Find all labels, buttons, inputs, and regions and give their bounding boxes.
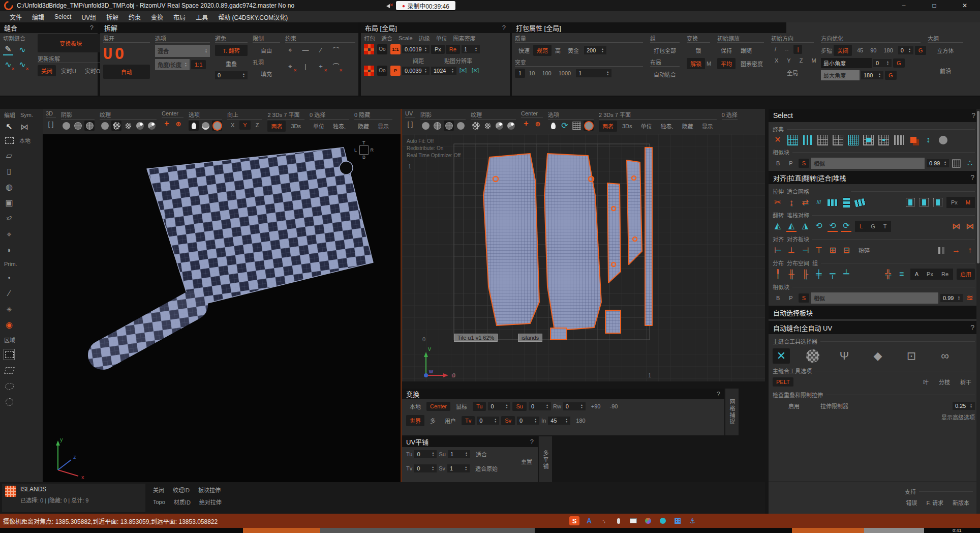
align-top-icon[interactable]: ⊤ [814, 245, 824, 255]
align-help[interactable]: ? [970, 173, 974, 182]
bug-button[interactable]: 错误 [902, 497, 921, 508]
align-center-v-icon[interactable]: ⊟ [841, 245, 851, 255]
space-re-button[interactable]: Re [938, 270, 952, 279]
tile-su-field[interactable]: 1 [448, 450, 470, 458]
similar2-b-button[interactable]: B [773, 293, 783, 303]
menu-edit[interactable]: 编辑 [27, 12, 49, 22]
quality-normal[interactable]: 规范 [533, 45, 552, 56]
min-angle-field[interactable]: 0 [873, 59, 892, 67]
uv-image2-icon[interactable] [506, 121, 516, 131]
tile-fit-original-button[interactable]: 适合原始 [472, 463, 501, 474]
select-element-icon[interactable] [878, 135, 889, 145]
taskbar-strip[interactable]: 0:41 [0, 528, 980, 533]
wireframe-sphere-icon[interactable] [73, 121, 83, 131]
similar-value-field[interactable]: 0.99 [927, 159, 949, 167]
multi-tile-tab[interactable]: 多平铺 [539, 436, 552, 483]
taskbar-app2[interactable] [320, 528, 535, 533]
picker-tool-icon[interactable]: ⊡ [903, 348, 920, 364]
dist-right-icon[interactable]: ╟ [800, 269, 810, 279]
front-edge-button[interactable]: 前沿 [928, 65, 963, 76]
fill-button[interactable]: 填充 [253, 68, 280, 79]
space-px-button[interactable]: Px [923, 270, 937, 279]
sv-field[interactable]: 0 [517, 417, 539, 425]
box-icon[interactable]: ▣ [4, 198, 14, 208]
remove-cross-constraint-icon[interactable]: + [316, 61, 326, 71]
align-left-icon[interactable]: ⊢ [773, 245, 783, 255]
drop-icon[interactable]: ◗ [4, 245, 14, 255]
avoid-value-field[interactable]: 0 [215, 71, 248, 79]
uv-tile-help[interactable]: ? [530, 438, 534, 446]
step-off-button[interactable]: 关闭 [834, 45, 852, 56]
select-help[interactable]: ? [971, 111, 975, 120]
recording-indicator[interactable]: ● 录制中00:39:46 [396, 1, 455, 10]
fit-circles-icon[interactable]: Oo [377, 44, 387, 54]
align-right-icon[interactable]: ⊣ [800, 245, 810, 255]
brush-icon[interactable]: ▱ [4, 151, 14, 161]
menu-constraint[interactable]: 约束 [124, 12, 145, 22]
mutation-1000[interactable]: 1000 [555, 69, 574, 78]
uv-wire-icon[interactable] [432, 121, 442, 131]
uv-light-icon[interactable] [548, 121, 558, 131]
curve-constraint-icon[interactable]: ⌒ [331, 45, 341, 55]
mutation-1[interactable]: 1 [515, 69, 525, 78]
lock-button[interactable]: 锁 [687, 45, 710, 56]
quality-gold[interactable]: 黄金 [564, 45, 583, 56]
taskbar-app1[interactable] [243, 528, 320, 533]
checker-texture-icon[interactable] [111, 121, 121, 131]
similar-tree-icon[interactable]: ∴ [965, 158, 975, 168]
taskbar-app3[interactable] [792, 528, 864, 533]
menu-unfold[interactable]: 拆解 [102, 12, 123, 22]
pack-group-icon[interactable]: [✕] [470, 66, 480, 76]
uv-small-checker-icon[interactable] [482, 121, 493, 131]
fit-grid-minus-icon[interactable]: − [919, 197, 929, 208]
shaded-wire-sphere-icon[interactable] [84, 121, 95, 131]
dist-center-icon[interactable]: ╫ [786, 269, 797, 279]
menu-uvgroup[interactable]: UV组 [77, 12, 101, 22]
auto-unfold-button[interactable]: 自动 [103, 65, 150, 79]
hide-button[interactable]: 隐藏 [354, 121, 373, 132]
step-g-button[interactable]: G [915, 46, 927, 55]
uv-shaded-icon[interactable] [420, 121, 431, 131]
no-texture-icon[interactable] [100, 121, 110, 131]
symmetry-icon[interactable]: ⋈ [19, 122, 29, 132]
small-checker-texture-icon[interactable] [123, 121, 133, 131]
gridify-tilt-icon[interactable] [855, 197, 865, 208]
step-90[interactable]: 90 [867, 46, 880, 55]
spacing-field[interactable]: 0.0039 [402, 67, 430, 75]
tray-anchor-icon[interactable]: ⚓ [687, 516, 697, 526]
angle-length-dropdown[interactable]: 角度/长度 [155, 59, 190, 70]
transform-help[interactable]: ? [717, 390, 720, 398]
light-icon[interactable] [189, 121, 199, 131]
clear-selection-icon[interactable]: ✕ [773, 135, 783, 145]
similar2-value-field[interactable]: 0.99 [940, 294, 963, 302]
similar2-input[interactable]: 相似 [811, 292, 938, 304]
gridify-v-icon[interactable] [841, 197, 851, 208]
similar2-p-button[interactable]: P [785, 293, 796, 303]
cut-unweld-icon[interactable]: ∿ [3, 60, 13, 70]
resolution-field[interactable]: 1024 [431, 67, 456, 75]
pelt-tool-icon[interactable]: ✕ [773, 348, 790, 364]
speaker-muted-icon[interactable] [384, 2, 392, 9]
tray-palette-icon[interactable] [643, 516, 653, 526]
fit-grid-plus-icon[interactable]: + [905, 197, 915, 208]
cut-stretch-icon[interactable]: ✂ [773, 197, 783, 208]
circle-select-icon[interactable] [4, 397, 14, 407]
stitch-help-button[interactable]: ? [90, 24, 94, 32]
uv-mode-3ds[interactable]: 3Ds [619, 122, 636, 131]
dist-middle-icon[interactable]: ╤ [828, 269, 838, 279]
poly-select-icon[interactable] [4, 365, 14, 375]
weld-icon[interactable]: ∿ [17, 45, 27, 55]
limiter-field[interactable]: 0.25 [953, 402, 975, 410]
leaf-button[interactable]: 叶 [920, 376, 932, 388]
nav-right[interactable]: R [371, 147, 374, 153]
remove-curve-constraint-icon[interactable]: ⌒ [331, 61, 341, 71]
similar2-s-button[interactable]: S [799, 293, 809, 303]
tile-reset-button[interactable]: 重置 [517, 456, 536, 467]
units-button[interactable]: 单位 [310, 121, 328, 132]
lock-rotate-icon[interactable]: ⟳ [560, 121, 570, 131]
axis-y[interactable]: Y [783, 56, 794, 65]
shaded-sphere-icon[interactable] [61, 121, 71, 131]
viewport-uv[interactable]: v u w 0 0 1 Auto Fit: Off Redistribute: … [402, 134, 765, 381]
cylinder-icon[interactable]: ▯ [4, 166, 14, 176]
fit-px-button[interactable]: Px [947, 198, 961, 207]
